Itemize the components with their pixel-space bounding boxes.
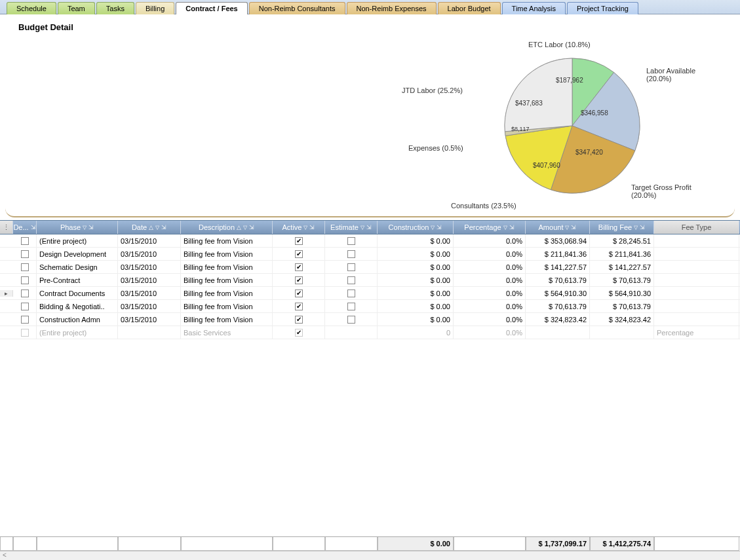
header-phase[interactable]: Phase▽⇲ — [37, 221, 118, 234]
tab-labor-budget[interactable]: Labor Budget — [438, 2, 501, 14]
cell-date[interactable]: 03/15/2010 — [118, 274, 181, 286]
cell-percentage[interactable]: 0.0% — [454, 248, 526, 260]
cell-construction[interactable]: $ 0.00 — [378, 313, 454, 326]
cell-percentage[interactable]: 0.0% — [454, 261, 526, 273]
cell-estimate[interactable] — [325, 234, 378, 247]
table-row-new[interactable]: (Entire project)Basic Services00.0%Perce… — [0, 326, 740, 339]
checkbox[interactable] — [295, 237, 303, 245]
cell-percentage[interactable]: 0.0% — [454, 300, 526, 312]
cell-percentage[interactable]: 0.0% — [454, 287, 526, 299]
table-row[interactable]: (Entire project)03/15/2010Billing fee fr… — [0, 234, 740, 248]
cell-fee-type[interactable] — [654, 261, 739, 273]
header-description[interactable]: Description△▽⇲ — [181, 221, 273, 234]
cell-de[interactable] — [13, 234, 37, 247]
cell-amount[interactable]: $ 324,823.42 — [526, 313, 590, 326]
cell-date[interactable]: 03/15/2010 — [118, 300, 181, 312]
header-construction[interactable]: Construction▽⇲ — [378, 221, 454, 234]
checkbox[interactable] — [21, 289, 29, 297]
checkbox[interactable] — [21, 263, 29, 271]
cell-amount[interactable]: $ 353,068.94 — [526, 234, 590, 247]
cell-amount[interactable]: $ 141,227.57 — [526, 261, 590, 273]
cell-amount[interactable]: $ 211,841.36 — [526, 248, 590, 260]
checkbox[interactable] — [347, 276, 355, 284]
cell-estimate[interactable] — [325, 261, 378, 273]
checkbox[interactable] — [295, 316, 303, 324]
cell-active[interactable] — [273, 248, 325, 260]
tab-contract-fees[interactable]: Contract / Fees — [176, 2, 247, 14]
cell-description[interactable]: Billing fee from Vision — [181, 234, 273, 247]
cell-date[interactable]: 03/15/2010 — [118, 248, 181, 260]
tab-schedule[interactable]: Schedule — [7, 2, 56, 14]
cell-construction[interactable]: $ 0.00 — [378, 248, 454, 260]
cell-phase[interactable]: Bidding & Negotiati.. — [37, 300, 118, 312]
cell-de[interactable] — [13, 248, 37, 260]
cell-description[interactable]: Billing fee from Vision — [181, 248, 273, 260]
cell-billing-fee[interactable]: $ 211,841.36 — [590, 248, 654, 260]
cell-estimate[interactable] — [325, 287, 378, 299]
checkbox[interactable] — [295, 329, 303, 337]
header-billing-fee[interactable]: Billing Fee▽⇲ — [590, 221, 654, 234]
horizontal-scrollbar[interactable]: < — [0, 551, 740, 560]
tab-project-tracking[interactable]: Project Tracking — [567, 2, 638, 14]
checkbox[interactable] — [347, 263, 355, 271]
cell-de[interactable] — [13, 287, 37, 299]
checkbox[interactable] — [347, 303, 355, 310]
cell-active[interactable] — [273, 300, 325, 312]
cell-construction[interactable]: $ 0.00 — [378, 287, 454, 299]
header-fee-type[interactable]: Fee Type — [654, 221, 739, 234]
checkbox[interactable] — [295, 276, 303, 284]
table-row[interactable]: Schematic Design03/15/2010Billing fee fr… — [0, 261, 740, 274]
cell-percentage[interactable]: 0.0% — [454, 274, 526, 286]
header-rowselector[interactable]: ⋮ — [0, 221, 13, 234]
cell-amount[interactable]: $ 70,613.79 — [526, 274, 590, 286]
checkbox[interactable] — [295, 250, 303, 258]
cell-billing-fee[interactable]: $ 564,910.30 — [590, 287, 654, 299]
checkbox[interactable] — [347, 237, 355, 245]
cell-phase[interactable]: (Entire project) — [37, 234, 118, 247]
table-row[interactable]: ▸Contract Documents03/15/2010Billing fee… — [0, 287, 740, 300]
table-row[interactable]: Construction Admn03/15/2010Billing fee f… — [0, 313, 740, 326]
cell-description[interactable]: Billing fee from Vision — [181, 300, 273, 312]
cell-construction[interactable]: $ 0.00 — [378, 261, 454, 273]
cell-fee-type[interactable] — [654, 234, 739, 247]
cell-active[interactable] — [273, 287, 325, 299]
checkbox[interactable] — [21, 250, 29, 258]
tab-team[interactable]: Team — [58, 2, 95, 14]
cell-percentage[interactable]: 0.0% — [454, 313, 526, 326]
cell-amount[interactable]: $ 70,613.79 — [526, 300, 590, 312]
cell-date[interactable]: 03/15/2010 — [118, 261, 181, 273]
cell-date[interactable]: 03/15/2010 — [118, 287, 181, 299]
checkbox[interactable] — [21, 303, 29, 310]
grid-body[interactable]: (Entire project)03/15/2010Billing fee fr… — [0, 234, 740, 536]
cell-description[interactable]: Billing fee from Vision — [181, 261, 273, 273]
cell-de[interactable] — [13, 261, 37, 273]
cell-active[interactable] — [273, 261, 325, 273]
cell-estimate[interactable] — [325, 248, 378, 260]
cell-construction[interactable]: $ 0.00 — [378, 300, 454, 312]
cell-date[interactable]: 03/15/2010 — [118, 313, 181, 326]
checkbox[interactable] — [347, 289, 355, 297]
cell-estimate[interactable] — [325, 300, 378, 312]
header-active[interactable]: Active▽⇲ — [273, 221, 325, 234]
cell-billing-fee[interactable]: $ 70,613.79 — [590, 300, 654, 312]
checkbox[interactable] — [21, 329, 29, 337]
cell-billing-fee[interactable]: $ 70,613.79 — [590, 274, 654, 286]
table-row[interactable]: Pre-Contract03/15/2010Billing fee from V… — [0, 274, 740, 287]
cell-phase[interactable]: Construction Admn — [37, 313, 118, 326]
table-row[interactable]: Bidding & Negotiati..03/15/2010Billing f… — [0, 300, 740, 313]
cell-percentage[interactable]: 0.0% — [454, 234, 526, 247]
cell-phase[interactable]: Design Development — [37, 248, 118, 260]
tab-time-analysis[interactable]: Time Analysis — [502, 2, 566, 14]
tab-billing[interactable]: Billing — [136, 2, 174, 14]
checkbox[interactable] — [21, 276, 29, 284]
header-estimate[interactable]: Estimate▽⇲ — [325, 221, 378, 234]
cell-fee-type[interactable] — [654, 274, 739, 286]
cell-fee-type[interactable] — [654, 300, 739, 312]
checkbox[interactable] — [21, 316, 29, 324]
checkbox[interactable] — [347, 250, 355, 258]
cell-billing-fee[interactable]: $ 28,245.51 — [590, 234, 654, 247]
cell-date[interactable]: 03/15/2010 — [118, 234, 181, 247]
cell-active[interactable] — [273, 234, 325, 247]
cell-active[interactable] — [273, 274, 325, 286]
checkbox[interactable] — [347, 316, 355, 324]
